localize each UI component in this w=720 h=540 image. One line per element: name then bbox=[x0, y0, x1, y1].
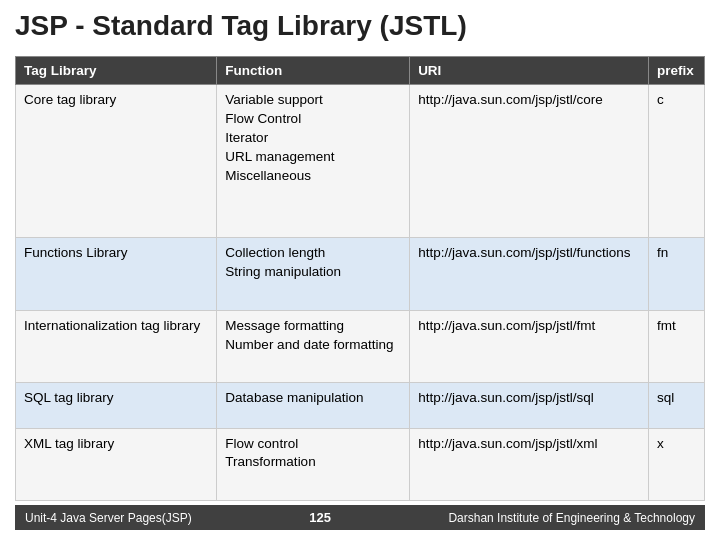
cell-function: Database manipulation bbox=[217, 383, 410, 428]
table-row: XML tag libraryFlow controlTransformatio… bbox=[16, 428, 705, 500]
page-title: JSP - Standard Tag Library (JSTL) bbox=[15, 10, 705, 46]
header-uri: URI bbox=[410, 57, 649, 85]
cell-function: Variable supportFlow ControlIteratorURL … bbox=[217, 85, 410, 238]
table-row: Core tag libraryVariable supportFlow Con… bbox=[16, 85, 705, 238]
cell-prefix: x bbox=[648, 428, 704, 500]
cell-tag-library: Functions Library bbox=[16, 238, 217, 310]
table-header-row: Tag Library Function URI prefix bbox=[16, 57, 705, 85]
cell-uri: http://java.sun.com/jsp/jstl/functions bbox=[410, 238, 649, 310]
table-row: Internationalization tag libraryMessage … bbox=[16, 310, 705, 382]
cell-function: Flow controlTransformation bbox=[217, 428, 410, 500]
cell-prefix: sql bbox=[648, 383, 704, 428]
cell-uri: http://java.sun.com/jsp/jstl/core bbox=[410, 85, 649, 238]
cell-function: Message formattingNumber and date format… bbox=[217, 310, 410, 382]
cell-tag-library: XML tag library bbox=[16, 428, 217, 500]
footer-page-number: 125 bbox=[309, 510, 331, 525]
cell-tag-library: SQL tag library bbox=[16, 383, 217, 428]
table-row: SQL tag libraryDatabase manipulationhttp… bbox=[16, 383, 705, 428]
header-prefix: prefix bbox=[648, 57, 704, 85]
cell-function: Collection lengthString manipulation bbox=[217, 238, 410, 310]
cell-prefix: fn bbox=[648, 238, 704, 310]
footer: Unit-4 Java Server Pages(JSP) 125 Darsha… bbox=[15, 505, 705, 530]
cell-tag-library: Internationalization tag library bbox=[16, 310, 217, 382]
table-row: Functions LibraryCollection lengthString… bbox=[16, 238, 705, 310]
header-tag-library: Tag Library bbox=[16, 57, 217, 85]
page: JSP - Standard Tag Library (JSTL) Tag Li… bbox=[0, 0, 720, 540]
header-function: Function bbox=[217, 57, 410, 85]
footer-left: Unit-4 Java Server Pages(JSP) bbox=[25, 511, 192, 525]
jstl-table: Tag Library Function URI prefix Core tag… bbox=[15, 56, 705, 501]
cell-uri: http://java.sun.com/jsp/jstl/fmt bbox=[410, 310, 649, 382]
cell-tag-library: Core tag library bbox=[16, 85, 217, 238]
cell-prefix: fmt bbox=[648, 310, 704, 382]
cell-uri: http://java.sun.com/jsp/jstl/sql bbox=[410, 383, 649, 428]
cell-prefix: c bbox=[648, 85, 704, 238]
footer-right: Darshan Institute of Engineering & Techn… bbox=[448, 511, 695, 525]
cell-uri: http://java.sun.com/jsp/jstl/xml bbox=[410, 428, 649, 500]
